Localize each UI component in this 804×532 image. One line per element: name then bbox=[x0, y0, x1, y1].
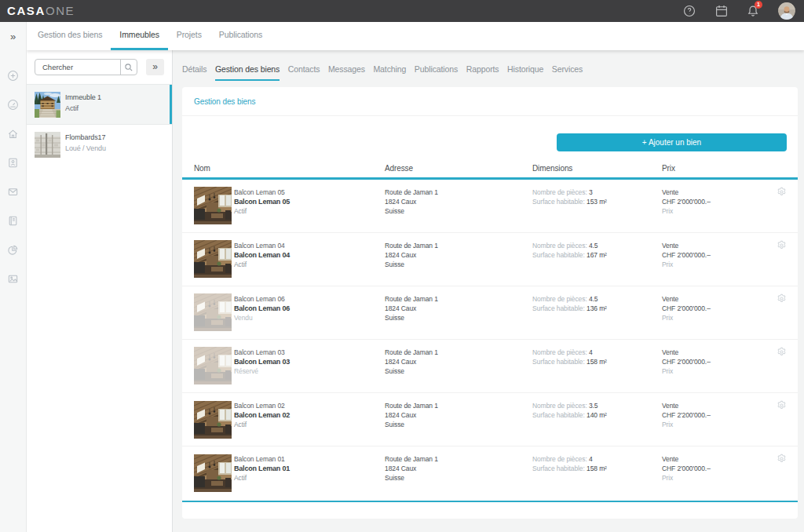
topbar: CASAONE 1 bbox=[0, 0, 804, 22]
sidebar-item[interactable] bbox=[0, 148, 26, 177]
building-list-item[interactable]: Immeuble 1 Actif bbox=[27, 84, 172, 125]
row-settings-button[interactable] bbox=[777, 293, 787, 304]
rooms-label: Nombre de pièces: bbox=[532, 295, 587, 303]
sidebar-item[interactable] bbox=[0, 61, 26, 90]
name-cell: Balcon Leman 03 Balcon Leman 03 Réservé bbox=[234, 348, 290, 376]
detail-tab-label: Historique bbox=[507, 64, 543, 74]
property-row[interactable]: Balcon Leman 04 Balcon Leman 04 Actif Ro… bbox=[182, 233, 798, 286]
rooms-label: Nombre de pièces: bbox=[532, 188, 587, 196]
module-tab[interactable]: Publications bbox=[210, 22, 271, 50]
property-status: Actif bbox=[234, 420, 290, 429]
address-line-2: 1824 Caux bbox=[385, 197, 438, 206]
module-tab-label: Gestion des biens bbox=[38, 30, 102, 39]
address-cell: Route de Jaman 1 1824 Caux Suisse bbox=[385, 188, 438, 216]
search-button[interactable] bbox=[120, 60, 137, 75]
panel-expand-button[interactable]: » bbox=[146, 59, 164, 75]
price-amount: CHF 2'000'000.– bbox=[662, 250, 711, 260]
table-bottom-line bbox=[182, 501, 798, 502]
price-cell: Vente CHF 2'000'000.– Prix bbox=[662, 294, 711, 322]
building-list-item[interactable]: Flombards17 Loué / Vendu bbox=[27, 125, 172, 166]
surface-label: Surface habitable: bbox=[532, 358, 585, 366]
rooms-value: 4.5 bbox=[589, 242, 598, 250]
media-icon bbox=[7, 273, 19, 285]
building-status: Loué / Vendu bbox=[65, 144, 106, 154]
detail-tab[interactable]: Gestion des biens bbox=[215, 59, 280, 81]
building-status: Actif bbox=[65, 104, 101, 114]
column-header-nom: Nom bbox=[194, 164, 210, 173]
property-row[interactable]: Balcon Leman 02 Balcon Leman 02 Actif Ro… bbox=[182, 393, 798, 446]
sale-type: Vente bbox=[662, 294, 711, 304]
property-thumbnail bbox=[194, 293, 232, 331]
detail-tab[interactable]: Publications bbox=[415, 59, 458, 81]
content-panel: Gestion des biens + Ajouter un bien Nom … bbox=[182, 87, 798, 519]
property-status: Vendu bbox=[234, 313, 290, 322]
module-tab[interactable]: Immeubles bbox=[111, 22, 167, 50]
property-row[interactable]: Balcon Leman 06 Balcon Leman 06 Vendu Ro… bbox=[182, 286, 798, 340]
property-thumbnail bbox=[194, 401, 232, 439]
sidebar-item[interactable] bbox=[0, 119, 26, 148]
user-avatar[interactable] bbox=[778, 2, 795, 20]
detail-tabs: DétailsGestion des biensContactsMessages… bbox=[182, 59, 591, 81]
help-icon[interactable] bbox=[682, 4, 696, 18]
address-cell: Route de Jaman 1 1824 Caux Suisse bbox=[385, 348, 438, 376]
sidebar-item[interactable] bbox=[0, 90, 26, 119]
brand-logo-light: ONE bbox=[46, 4, 75, 17]
contacts-icon bbox=[7, 157, 19, 169]
property-list-panel: » Immeuble 1 Actif Flombards17 Loué / Ve… bbox=[27, 50, 173, 532]
detail-tab[interactable]: Historique bbox=[507, 59, 543, 81]
module-tab[interactable]: Gestion des biens bbox=[29, 22, 111, 50]
building-list: Immeuble 1 Actif Flombards17 Loué / Vend… bbox=[27, 84, 172, 166]
search-input[interactable] bbox=[35, 60, 120, 75]
search-icon bbox=[124, 63, 133, 72]
address-line-1: Route de Jaman 1 bbox=[385, 241, 438, 250]
module-tab[interactable]: Projets bbox=[168, 22, 210, 50]
row-settings-button[interactable] bbox=[777, 240, 787, 250]
calendar-icon[interactable] bbox=[714, 4, 729, 18]
row-settings-button[interactable] bbox=[777, 454, 787, 464]
detail-tab[interactable]: Détails bbox=[182, 59, 206, 81]
reports-icon bbox=[7, 244, 19, 256]
surface-label: Surface habitable: bbox=[532, 251, 585, 259]
sidebar-item[interactable] bbox=[0, 264, 26, 293]
property-status: Actif bbox=[234, 473, 290, 483]
building-title: Flombards17 bbox=[65, 133, 106, 143]
property-row[interactable]: Balcon Leman 03 Balcon Leman 03 Réservé … bbox=[182, 340, 798, 393]
add-property-button[interactable]: + Ajouter un bien bbox=[557, 133, 787, 151]
address-cell: Route de Jaman 1 1824 Caux Suisse bbox=[385, 454, 438, 483]
sidebar-item[interactable] bbox=[0, 235, 26, 264]
dimensions-cell: Nombre de pièces: 4 Surface habitable: 1… bbox=[532, 348, 607, 366]
sidebar-item[interactable] bbox=[0, 206, 26, 235]
detail-tab-label: Publications bbox=[415, 64, 458, 74]
property-ref: Balcon Leman 05 bbox=[234, 188, 290, 197]
surface-value: 153 m² bbox=[587, 198, 607, 206]
price-amount: CHF 2'000'000.– bbox=[662, 357, 711, 366]
price-amount: CHF 2'000'000.– bbox=[662, 197, 711, 206]
table-header: Nom Adresse Dimensions Prix bbox=[182, 164, 798, 178]
detail-tab[interactable]: Messages bbox=[328, 59, 365, 81]
building-thumbnail bbox=[35, 132, 60, 158]
detail-tab[interactable]: Services bbox=[552, 59, 583, 81]
row-settings-button[interactable] bbox=[777, 187, 787, 197]
property-name: Balcon Leman 01 bbox=[234, 464, 290, 473]
property-ref: Balcon Leman 01 bbox=[234, 454, 290, 464]
price-amount: CHF 2'000'000.– bbox=[662, 304, 711, 313]
property-status: Actif bbox=[234, 206, 290, 216]
address-line-3: Suisse bbox=[385, 473, 438, 483]
price-amount: CHF 2'000'000.– bbox=[662, 464, 711, 473]
property-row[interactable]: Balcon Leman 05 Balcon Leman 05 Actif Ro… bbox=[182, 180, 798, 233]
detail-tab[interactable]: Matching bbox=[373, 59, 406, 81]
sidebar-item[interactable] bbox=[0, 177, 26, 206]
sidebar-expand-button[interactable]: » bbox=[0, 28, 26, 46]
module-tab-label: Projets bbox=[177, 30, 202, 39]
detail-tab[interactable]: Rapports bbox=[466, 59, 499, 81]
main-content: DétailsGestion des biensContactsMessages… bbox=[173, 50, 804, 532]
property-thumbnail bbox=[194, 347, 232, 384]
rooms-value: 4 bbox=[589, 348, 593, 356]
module-tab-bar: Gestion des biensImmeublesProjetsPublica… bbox=[27, 22, 804, 50]
property-row[interactable]: Balcon Leman 01 Balcon Leman 01 Actif Ro… bbox=[182, 446, 798, 500]
detail-tab[interactable]: Contacts bbox=[288, 59, 320, 81]
name-cell: Balcon Leman 05 Balcon Leman 05 Actif bbox=[234, 188, 290, 216]
row-settings-button[interactable] bbox=[777, 347, 787, 357]
row-settings-button[interactable] bbox=[777, 400, 787, 410]
dimensions-cell: Nombre de pièces: 3.5 Surface habitable:… bbox=[532, 401, 607, 420]
